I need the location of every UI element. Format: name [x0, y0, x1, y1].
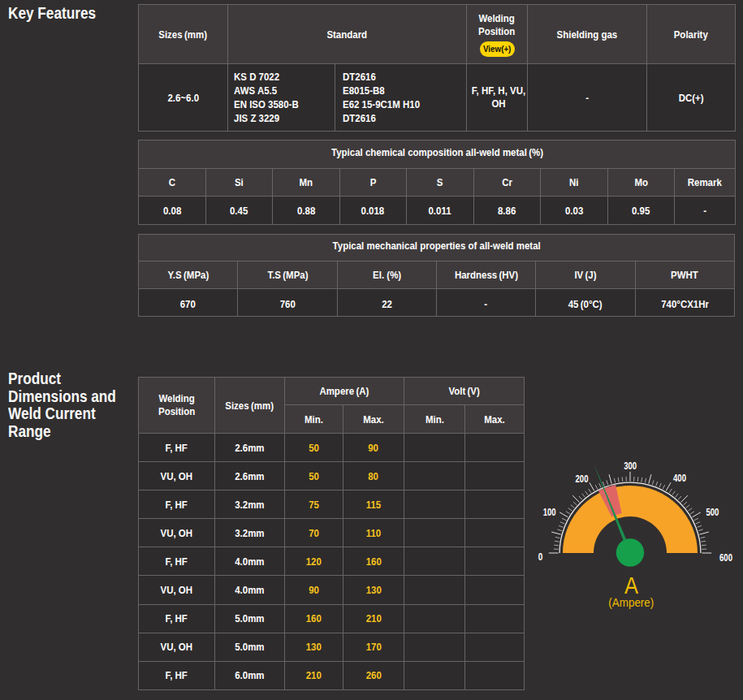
svg-text:600: 600: [719, 551, 732, 564]
svg-text:0: 0: [538, 551, 543, 563]
svg-text:200: 200: [576, 473, 589, 485]
svg-text:(Ampere): (Ampere): [608, 595, 654, 609]
svg-text:400: 400: [673, 472, 686, 484]
svg-text:500: 500: [706, 506, 719, 518]
svg-text:300: 300: [624, 460, 637, 472]
svg-text:A: A: [624, 572, 638, 598]
svg-text:100: 100: [543, 506, 556, 518]
